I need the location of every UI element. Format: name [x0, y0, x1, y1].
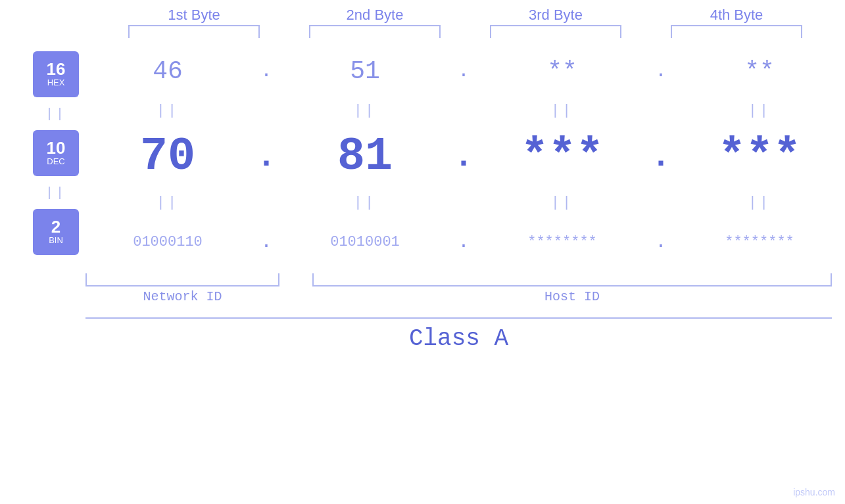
eq-1-1: ||	[85, 103, 250, 119]
bin-val-4: ********	[677, 234, 842, 250]
eq-sign-2: ||	[45, 185, 66, 200]
label-spacer	[279, 289, 312, 304]
hex-dot-2: .	[447, 60, 480, 82]
host-bracket	[312, 273, 832, 286]
eq-1-4: ||	[677, 103, 842, 119]
hex-val-4: **	[677, 57, 842, 85]
hex-dot-3: .	[644, 60, 677, 82]
bin-val-3: ********	[480, 234, 644, 250]
top-brackets	[104, 25, 827, 38]
hex-val-2: 51	[283, 57, 447, 85]
host-id-label: Host ID	[312, 289, 832, 304]
dec-dot-1: .	[250, 138, 283, 175]
dec-dot-3: .	[644, 138, 677, 175]
bin-dot-1: .	[250, 231, 283, 253]
badge-bin: 2 BIN	[33, 209, 79, 255]
bottom-brackets	[85, 273, 832, 286]
hex-dot-1: .	[250, 60, 283, 82]
byte-header-2: 2nd Byte	[302, 7, 447, 24]
bracket-3	[490, 25, 621, 38]
badge-hex: 16 HEX	[33, 51, 79, 97]
bin-dot-3: .	[644, 231, 677, 253]
eq-row-2: || || || ||	[85, 189, 845, 216]
dec-val-3: ***	[480, 130, 644, 183]
eq-1-2: ||	[283, 103, 447, 119]
byte-headers: 1st Byte 2nd Byte 3rd Byte 4th Byte	[104, 7, 827, 24]
class-label: Class A	[85, 325, 832, 352]
bottom-labels: Network ID Host ID	[85, 289, 832, 304]
dec-val-4: ***	[677, 130, 842, 183]
badge-dec: 10 DEC	[33, 130, 79, 176]
dec-row: 70 . 81 . *** . ***	[85, 124, 845, 189]
hex-row: 46 . 51 . ** . **	[85, 45, 845, 97]
bin-val-1: 01000110	[85, 234, 250, 250]
eq-2-1: ||	[85, 195, 250, 211]
eq-2-2: ||	[283, 195, 447, 211]
bracket-2	[309, 25, 441, 38]
network-id-label: Network ID	[85, 289, 279, 304]
class-line	[85, 317, 832, 319]
eq-2-4: ||	[677, 195, 842, 211]
hex-val-1: 46	[85, 57, 250, 85]
bin-val-2: 01010001	[283, 234, 447, 250]
byte-header-4: 4th Byte	[664, 7, 809, 24]
class-section: Class A	[85, 317, 832, 352]
bin-row: 01000110 . 01010001 . ******** . *******…	[85, 216, 845, 268]
eq-sign-1: ||	[45, 106, 66, 122]
bracket-1	[128, 25, 260, 38]
bracket-4	[671, 25, 802, 38]
dec-val-1: 70	[85, 130, 250, 183]
net-bracket	[85, 273, 279, 286]
bracket-spacer-1	[279, 273, 312, 286]
eq-2-3: ||	[480, 195, 644, 211]
dec-val-2: 81	[283, 130, 447, 183]
byte-header-3: 3rd Byte	[483, 7, 628, 24]
bin-dot-2: .	[447, 231, 480, 253]
byte-header-1: 1st Byte	[122, 7, 266, 24]
hex-val-3: **	[480, 57, 644, 85]
dec-dot-2: .	[447, 138, 480, 175]
eq-1-3: ||	[480, 103, 644, 119]
main-container: 1st Byte 2nd Byte 3rd Byte 4th Byte 16 H…	[0, 0, 845, 504]
watermark: ipshu.com	[793, 487, 835, 497]
eq-row-1: || || || ||	[85, 97, 845, 124]
